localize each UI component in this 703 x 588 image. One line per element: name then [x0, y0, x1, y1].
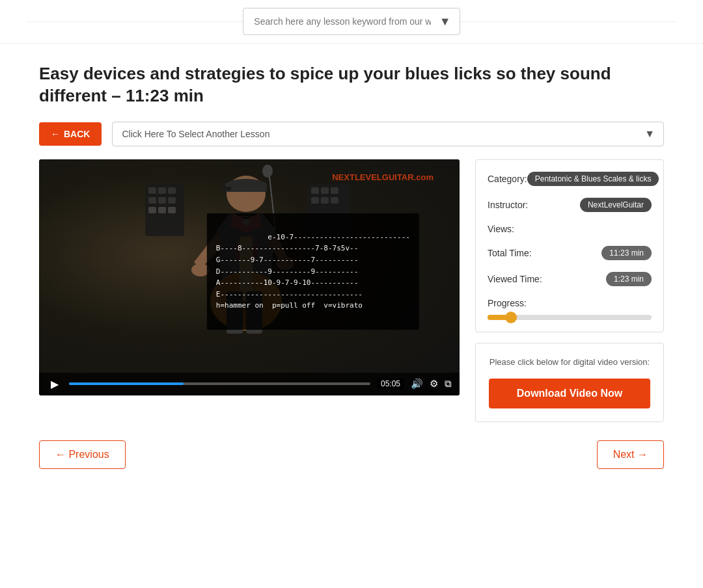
progress-track[interactable] — [488, 315, 652, 320]
svg-rect-22 — [222, 187, 231, 191]
info-card: Category: Pentatonic & Blues Scales & li… — [475, 159, 664, 332]
settings-button[interactable]: ⚙ — [430, 378, 438, 390]
video-frame: NEXTLEVELGUITAR.com — [39, 159, 460, 395]
brand-guitar: GUITAR.com — [382, 172, 434, 182]
lesson-select[interactable]: Click Here To Select Another Lesson — [112, 122, 664, 146]
viewed-time-badge: 1:23 min — [606, 272, 652, 286]
svg-rect-5 — [158, 197, 166, 204]
svg-rect-7 — [148, 207, 156, 213]
download-video-button[interactable]: Download Video Now — [489, 379, 650, 408]
svg-rect-11 — [311, 187, 319, 194]
views-label: Views: — [488, 224, 514, 234]
progress-label: Progress: — [488, 298, 652, 308]
next-button[interactable]: Next → — [597, 440, 664, 469]
back-label: BACK — [64, 129, 90, 139]
progress-thumb[interactable] — [505, 312, 517, 323]
video-section: NEXTLEVELGUITAR.com — [39, 159, 460, 395]
tablature-text: e-10-7--------------------------- B----8… — [216, 233, 410, 310]
search-input[interactable] — [243, 8, 460, 35]
nav-row: ← Previous Next → — [39, 440, 664, 469]
back-button[interactable]: ← BACK — [39, 122, 102, 146]
play-button[interactable]: ▶ — [47, 377, 62, 392]
video-timestamp: 05:05 — [377, 378, 404, 390]
tablature-overlay: e-10-7--------------------------- B----8… — [207, 213, 419, 329]
brand-next: NEXT — [332, 172, 355, 182]
fullscreen-button[interactable]: ⧉ — [445, 378, 452, 390]
svg-rect-9 — [168, 207, 176, 213]
search-container: ▼ — [243, 8, 460, 35]
svg-rect-21 — [225, 183, 267, 192]
svg-rect-8 — [158, 207, 166, 213]
download-card: Please click below for digital video ver… — [475, 343, 664, 422]
brand-level: LEVEL — [355, 172, 382, 182]
progress-thumb-container — [504, 312, 517, 323]
svg-point-18 — [262, 165, 273, 178]
main-content: Easy devices and strategies to spice up … — [0, 44, 703, 495]
video-progress-fill — [69, 382, 184, 385]
video-icons-group: 🔊 ⚙ ⧉ — [411, 378, 452, 390]
total-time-badge: 11:23 min — [601, 246, 652, 260]
controls-row: ← BACK Click Here To Select Another Less… — [39, 122, 664, 146]
brand-logo: NEXTLEVELGUITAR.com — [332, 172, 434, 182]
right-divider — [460, 21, 677, 22]
instructor-badge: NextLevelGuitar — [580, 198, 652, 212]
svg-rect-3 — [168, 187, 176, 194]
page-title: Easy devices and strategies to spice up … — [39, 63, 664, 107]
info-panel: Category: Pentatonic & Blues Scales & li… — [475, 159, 664, 422]
svg-rect-15 — [321, 197, 329, 204]
svg-rect-2 — [158, 187, 166, 194]
views-row: Views: — [488, 224, 652, 234]
top-bar: ▼ — [0, 0, 703, 44]
video-wrapper[interactable]: NEXTLEVELGUITAR.com — [39, 159, 460, 395]
category-badge: Pentatonic & Blues Scales & licks — [527, 172, 659, 186]
back-arrow-icon: ← — [51, 129, 60, 139]
content-area: NEXTLEVELGUITAR.com — [39, 159, 664, 422]
svg-rect-14 — [311, 197, 319, 204]
left-divider — [26, 21, 243, 22]
video-controls: ▶ 05:05 🔊 ⚙ ⧉ — [39, 373, 460, 395]
download-description: Please click below for digital video ver… — [489, 356, 650, 368]
lesson-select-container: Click Here To Select Another Lesson ▼ — [112, 122, 664, 146]
total-time-label: Total Time: — [488, 248, 532, 258]
viewed-time-label: Viewed Time: — [488, 274, 542, 284]
svg-rect-12 — [321, 187, 329, 194]
category-row: Category: Pentatonic & Blues Scales & li… — [488, 172, 652, 186]
previous-button[interactable]: ← Previous — [39, 440, 126, 469]
progress-row: Progress: — [488, 298, 652, 320]
instructor-label: Instructor: — [488, 200, 528, 210]
viewed-time-row: Viewed Time: 1:23 min — [488, 272, 652, 286]
volume-button[interactable]: 🔊 — [411, 378, 423, 390]
instructor-row: Instructor: NextLevelGuitar — [488, 198, 652, 212]
video-progress-bar[interactable] — [69, 382, 370, 385]
total-time-row: Total Time: 11:23 min — [488, 246, 652, 260]
svg-rect-16 — [331, 197, 338, 204]
category-label: Category: — [488, 174, 527, 184]
svg-rect-1 — [148, 187, 156, 194]
svg-rect-13 — [331, 187, 338, 194]
svg-rect-4 — [148, 197, 156, 204]
svg-rect-6 — [168, 197, 176, 204]
